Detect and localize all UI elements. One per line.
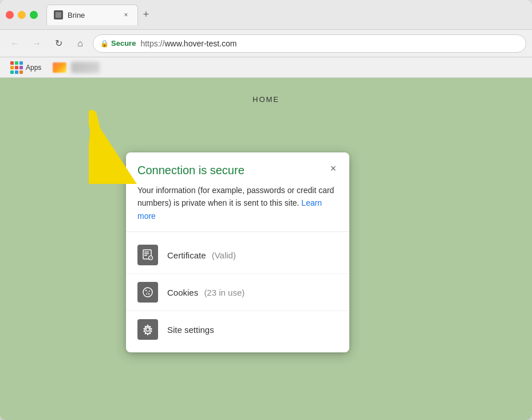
- bookmark-thumbnail-1[interactable]: [53, 62, 66, 73]
- apps-bookmark[interactable]: Apps: [6, 60, 46, 76]
- window-controls: [6, 11, 38, 19]
- svg-line-1: [92, 115, 106, 172]
- certificate-label: Certificate (Valid): [167, 250, 236, 260]
- popup-header: Connection is secure Your information (f…: [126, 152, 349, 232]
- url-domain: www.hover-test.com: [164, 39, 237, 48]
- browser-tab[interactable]: Brine ×: [46, 5, 138, 25]
- home-icon: ⌂: [77, 38, 83, 49]
- settings-icon: [137, 319, 158, 340]
- apps-label: Apps: [26, 64, 41, 72]
- svg-text:✓: ✓: [149, 256, 152, 260]
- certificate-icon: ✓: [137, 245, 158, 265]
- svg-line-2: [92, 115, 106, 172]
- apps-grid-icon: [10, 61, 23, 74]
- tab-bar: Brine × +: [46, 5, 526, 25]
- close-window-button[interactable]: [6, 11, 14, 19]
- new-tab-button[interactable]: +: [138, 7, 154, 23]
- svg-point-10: [145, 290, 147, 291]
- tab-title: Brine: [68, 11, 117, 19]
- url-protocol: https://: [140, 39, 164, 48]
- browser-window: Brine × + ← → ↻ ⌂ 🔒 Secure https://www.h…: [0, 0, 532, 420]
- popup-items-list: ✓ Certificate (Valid): [126, 232, 349, 352]
- close-icon: ×: [330, 163, 337, 175]
- maximize-window-button[interactable]: [30, 11, 38, 19]
- secure-label: Secure: [111, 39, 136, 48]
- cookies-icon: [137, 282, 158, 303]
- cookies-label: Cookies (23 in use): [167, 288, 245, 297]
- lock-icon: 🔒: [100, 40, 109, 48]
- reload-icon: ↻: [55, 38, 62, 49]
- svg-rect-5: [144, 253, 149, 254]
- tab-close-button[interactable]: ×: [121, 10, 131, 19]
- certificate-item[interactable]: ✓ Certificate (Valid): [126, 237, 349, 274]
- svg-point-12: [146, 293, 147, 295]
- certificate-sublabel: (Valid): [212, 250, 236, 260]
- bookmarks-bar: Apps: [0, 57, 532, 78]
- forward-button[interactable]: →: [27, 34, 46, 53]
- cookies-sublabel: (23 in use): [204, 288, 245, 297]
- back-button[interactable]: ←: [6, 34, 24, 53]
- svg-point-15: [146, 328, 149, 331]
- forward-icon: →: [32, 38, 41, 49]
- svg-rect-4: [144, 252, 149, 253]
- security-popup: × Connection is secure Your information …: [126, 152, 349, 352]
- svg-point-11: [149, 291, 150, 292]
- secure-indicator: 🔒 Secure: [100, 39, 136, 48]
- popup-description: Your information (for example, passwords…: [137, 184, 338, 222]
- popup-close-button[interactable]: ×: [325, 160, 341, 176]
- address-bar[interactable]: 🔒 Secure https://www.hover-test.com: [93, 34, 526, 53]
- svg-point-13: [148, 293, 149, 295]
- minimize-window-button[interactable]: [18, 11, 26, 19]
- back-icon: ←: [10, 38, 19, 49]
- cookies-item[interactable]: Cookies (23 in use): [126, 274, 349, 311]
- home-button[interactable]: ⌂: [71, 34, 89, 53]
- tab-favicon: [54, 10, 63, 19]
- bookmark-thumbnail-2[interactable]: [71, 62, 100, 73]
- site-settings-label: Site settings: [167, 325, 214, 335]
- svg-rect-6: [144, 255, 147, 256]
- reload-button[interactable]: ↻: [49, 34, 68, 53]
- site-settings-item[interactable]: Site settings: [126, 311, 349, 348]
- webpage-navigation: HOME: [0, 95, 532, 104]
- popup-title: Connection is secure: [137, 164, 338, 177]
- toolbar: ← → ↻ ⌂ 🔒 Secure https://www.hover-test.…: [0, 30, 532, 57]
- svg-point-14: [147, 292, 148, 293]
- title-bar: Brine × +: [0, 0, 532, 30]
- webpage-content: HOME × Connection is secure Your informa…: [0, 78, 532, 420]
- webpage-nav-home: HOME: [253, 95, 279, 104]
- url-text: https://www.hover-test.com: [140, 39, 237, 48]
